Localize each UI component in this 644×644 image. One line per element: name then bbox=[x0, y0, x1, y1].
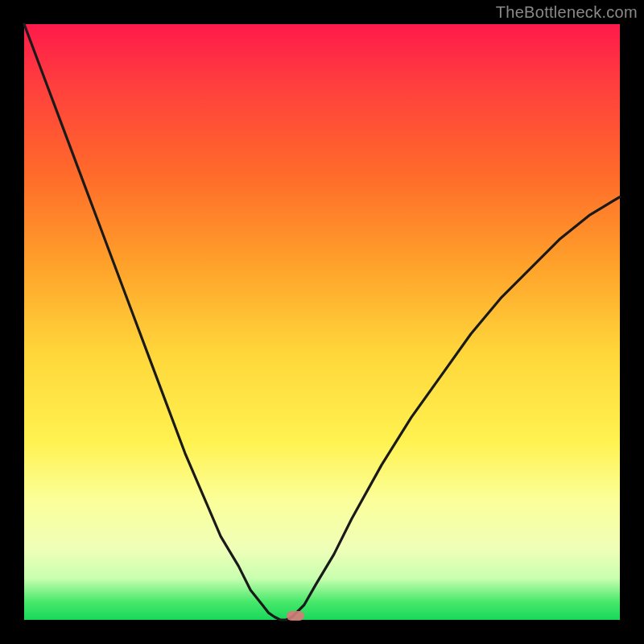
minimum-marker bbox=[287, 611, 304, 621]
curve-path bbox=[24, 24, 620, 620]
chart-frame: TheBottleneck.com bbox=[0, 0, 644, 644]
watermark-text: TheBottleneck.com bbox=[496, 3, 638, 22]
plot-area bbox=[24, 24, 620, 620]
bottleneck-curve bbox=[24, 24, 620, 620]
